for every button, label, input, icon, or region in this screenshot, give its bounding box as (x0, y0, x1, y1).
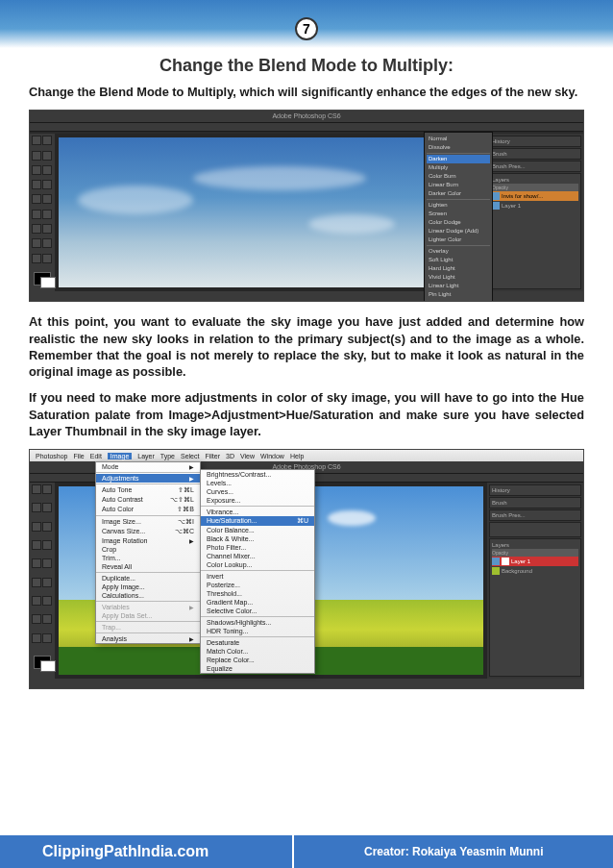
tool-icon (32, 614, 41, 624)
ps-workspace: Normal Dissolve Darken Multiply Color Bu… (30, 134, 583, 291)
page-number: 7 (303, 21, 310, 37)
ps-toolbar-2 (30, 483, 55, 679)
adj-curves: Curves... (201, 487, 314, 496)
mi-analysis: Analysis (96, 634, 200, 643)
photoshop-screenshot-2: Photoshop File Edit Image Layer Type Sel… (29, 449, 584, 689)
adj-color-lookup: Color Lookup... (201, 560, 314, 569)
paragraph-2: At this point, you want to evaluate the … (29, 313, 584, 380)
mi-trap: Trap... (96, 623, 200, 632)
menu-layer: Layer (137, 453, 155, 459)
menu-3d: 3D (226, 453, 234, 459)
mi-rotation: Image Rotation (96, 536, 200, 545)
adj-shadows-highlights: Shadows/Highlights... (201, 618, 314, 627)
ps-canvas (55, 134, 487, 291)
panel-brush-presets: Brush Pres... (489, 161, 581, 172)
adj-levels: Levels... (201, 479, 314, 487)
tool-icon (42, 136, 52, 145)
menu-image: Image (108, 453, 132, 459)
menu-help: Help (290, 453, 304, 459)
fg-bg-color-icon (34, 656, 51, 669)
image-menu-dropdown: Mode Adjustments Auto Tone⇧⌘L Auto Contr… (95, 461, 201, 644)
ps-toolbar (30, 134, 55, 291)
footer-creator: Creator: Rokaiya Yeasmin Munni (294, 835, 613, 868)
paragraph-1: Change the Blend Mode to Multiply, which… (29, 84, 584, 100)
blend-linear-light: Linear Light (427, 282, 490, 290)
mi-variables: Variables (96, 603, 200, 611)
layers-panel: Layers Opacity Invis for show/... Layer … (489, 173, 581, 289)
content-area: Change the Blend Mode to Multiply: Chang… (0, 48, 613, 689)
blend-darker-color: Darker Color (427, 189, 490, 198)
panel-history-2: History (489, 484, 581, 496)
fg-bg-color-icon (34, 272, 51, 285)
layers-panel-2: Layers Opacity Layer 1 Background (489, 538, 581, 677)
tool-icon (32, 503, 41, 512)
tool-icon (42, 238, 52, 248)
tool-icon (42, 254, 52, 263)
layer-bg-label: Background (502, 568, 532, 574)
tool-icon (32, 540, 41, 550)
layers-title-2: Layers (492, 542, 509, 548)
tool-icon (42, 596, 52, 606)
adj-hdr-toning: HDR Toning... (201, 627, 314, 635)
mi-apply-dataset: Apply Data Set... (96, 611, 200, 620)
blend-lighten: Lighten (427, 201, 490, 210)
mi-duplicate: Duplicate... (96, 574, 200, 583)
tool-icon (32, 194, 41, 204)
adj-vibrance: Vibrance... (201, 508, 314, 516)
blend-color-dodge: Color Dodge (427, 218, 490, 227)
panel-brush: Brush (489, 148, 581, 160)
menu-filter: Filter (205, 453, 220, 459)
tool-icon (32, 484, 41, 494)
tool-icon (32, 165, 41, 175)
tool-icon (32, 210, 41, 219)
mac-menu-bar: Photoshop File Edit Image Layer Type Sel… (30, 450, 583, 461)
blend-overlay: Overlay (427, 247, 490, 256)
mi-trim: Trim... (96, 554, 200, 562)
tool-icon (42, 210, 52, 219)
mi-crop: Crop (96, 545, 200, 554)
layers-opacity: Opacity (492, 185, 508, 190)
adj-brightness: Brightness/Contrast... (201, 470, 314, 479)
tool-icon (32, 136, 41, 145)
adj-photo-filter: Photo Filter... (201, 543, 314, 552)
tool-icon (32, 558, 41, 568)
photoshop-screenshot-1: Adobe Photoshop CS6 (29, 110, 584, 302)
adj-black-white: Black & White... (201, 534, 314, 543)
blend-hard-light: Hard Light (427, 264, 490, 273)
tool-icon (42, 633, 52, 643)
panel-brush-2: Brush (489, 497, 581, 508)
adj-channel-mixer: Channel Mixer... (201, 552, 314, 560)
tool-icon (32, 596, 41, 606)
tool-icon (32, 180, 41, 189)
tool-icon (42, 484, 52, 494)
ps-options-bar (30, 122, 583, 132)
adj-selective-color: Selective Color... (201, 607, 314, 615)
layer-1-label: Layer 1 (502, 203, 521, 209)
menu-view: View (240, 453, 255, 459)
adj-gradient-map: Gradient Map... (201, 598, 314, 607)
layer-mask-label: Invis for show/... (502, 193, 543, 199)
tool-icon (32, 238, 41, 248)
status-bar-2 (30, 679, 583, 688)
tool-icon (42, 558, 52, 568)
adjustments-submenu: Brightness/Contrast... Levels... Curves.… (200, 469, 315, 674)
adj-equalize: Equalize (201, 664, 314, 673)
blend-dissolve: Dissolve (427, 143, 490, 152)
adj-desaturate: Desaturate (201, 638, 314, 647)
tool-icon (32, 578, 41, 587)
menu-edit: Edit (90, 453, 102, 459)
footer-site: ClippingPathIndia.com (0, 835, 294, 868)
page-header-gradient: 7 (0, 0, 613, 48)
screenshot-1-wrapper: Adobe Photoshop CS6 (29, 110, 584, 302)
blend-soft-light: Soft Light (427, 256, 490, 264)
adj-posterize: Posterize... (201, 581, 314, 589)
tool-icon (42, 180, 52, 189)
tool-icon (32, 254, 41, 263)
panel-history: History (489, 136, 581, 147)
tool-icon (42, 165, 52, 175)
mi-adjustments: Adjustments (96, 474, 200, 483)
adj-invert: Invert (201, 572, 314, 581)
mi-apply-image: Apply Image... (96, 583, 200, 591)
layer-1-label-2: Layer 1 (511, 558, 530, 564)
sky-image (59, 137, 483, 287)
